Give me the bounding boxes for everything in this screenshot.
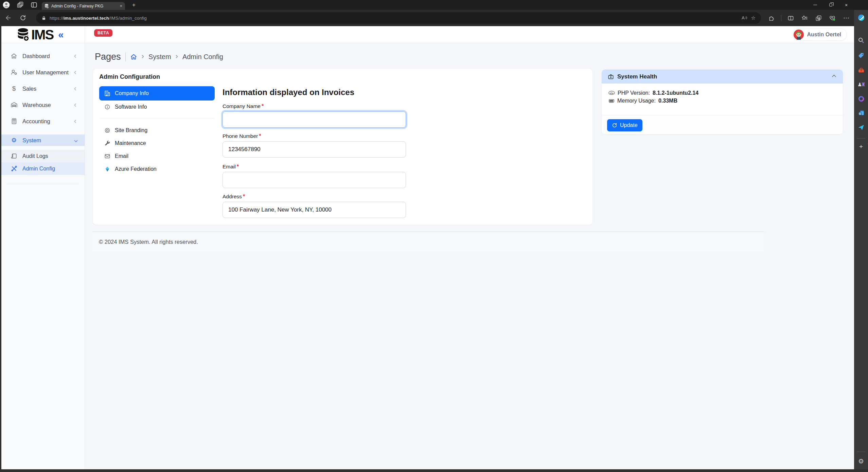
sidebar-item-sales[interactable]: $ Sales [1,80,85,97]
toolbox-icon[interactable] [857,67,865,74]
audit-log-icon [10,153,18,159]
ims-app: IMS « BETA Austin Oertel [1,26,854,469]
sidebar-item-audit-logs[interactable]: Audit Logs [1,150,85,162]
minimize-button[interactable] [807,0,823,10]
config-tab-email[interactable]: Email [99,150,215,163]
close-button[interactable]: × [838,0,854,10]
breadcrumb-separator: › [142,53,144,61]
workspaces-icon[interactable] [17,2,23,8]
breadcrumb-home-icon[interactable] [130,53,137,60]
sidebar-item-admin-config[interactable]: Admin Config [1,162,85,175]
email-input[interactable] [223,172,406,188]
outlook-icon[interactable] [857,110,865,116]
address-input[interactable] [223,202,406,218]
config-tab-software-info[interactable]: Software Info [99,101,215,113]
warehouse-icon [10,102,18,108]
edge-sidebar-divider-bottom [857,452,865,452]
tab-close-button[interactable]: × [120,4,122,8]
phone-number-input[interactable] [223,141,406,158]
collections-icon[interactable] [814,14,823,22]
user-menu[interactable]: Austin Oertel [793,29,847,40]
browser-profile-avatar[interactable] [3,1,10,8]
brand-zone: IMS « [1,26,85,43]
sidebar-item-user-management[interactable]: User Management [1,64,85,80]
tab-actions-icon[interactable] [31,2,37,8]
config-nav-divider [100,118,214,119]
sidebar-settings-icon[interactable]: ⚙ [858,457,864,465]
edge-sidebar: ♟♜ + [854,10,868,469]
breadcrumb-system[interactable]: System [148,53,171,61]
new-tab-button[interactable]: + [130,1,138,9]
more-menu-icon[interactable]: ⋯ [842,14,851,22]
copyright-text: © 2024 IMS System. All rights reserved. [99,239,198,245]
browser-essentials-icon[interactable] [828,14,837,22]
config-nav: Company Info Software Info Site Brandin [99,86,215,176]
building-icon [104,90,111,96]
first-aid-icon [608,74,614,80]
sidebar-item-system[interactable]: ⚙ System [1,134,85,146]
company-name-input[interactable] [223,111,406,128]
php-version-label: PHP Version: [618,90,650,96]
breadcrumb-separator: › [176,53,178,61]
company-name-field: Company Name* [223,103,406,128]
app-header: IMS « BETA Austin Oertel [1,26,854,43]
tab-favicon [45,4,49,8]
restore-button[interactable] [823,0,838,10]
add-sidebar-item-icon[interactable]: + [854,143,868,150]
browser-window: Admin Config - Fairway PKG × + × h [0,0,868,472]
admin-configuration-card: Admin Configuration Company Info Softwar… [93,69,592,225]
brand-name: IMS [31,27,53,42]
update-button[interactable]: Update [607,119,642,131]
breadcrumb-admin-config: Admin Config [182,53,223,61]
breadcrumb-divider [125,52,126,61]
php-icon: php [608,91,615,95]
drop-icon[interactable] [858,124,865,131]
chevron-collapsed-icon [74,71,78,74]
window-bottom-edge [0,469,868,472]
config-tab-company-info[interactable]: Company Info [99,86,215,101]
shopping-icon[interactable] [858,52,865,59]
games-icon[interactable]: ♟♜ [857,81,865,88]
beta-badge: BETA [94,29,112,37]
browser-titlebar: Admin Config - Fairway PKG × + × [0,0,868,10]
required-mark: * [262,103,264,109]
system-health-footer: Update [602,115,843,134]
avatar [794,30,804,40]
card-title: Admin Configuration [99,73,160,80]
required-mark: * [243,194,245,199]
favorites-icon[interactable] [800,14,809,22]
config-tab-site-branding[interactable]: Site Branding [99,124,215,137]
sidebar-item-warehouse[interactable]: Warehouse [1,97,85,113]
page-title: Pages [95,52,121,62]
url-bar[interactable]: https://ims.austinoertel.tech/IMS/admin_… [36,12,761,24]
chevron-collapsed-icon [74,103,78,107]
system-health-title: System Health [617,73,829,80]
search-icon[interactable] [858,37,865,44]
back-icon[interactable] [4,14,11,21]
chevron-collapsed-icon [74,120,78,123]
sidebar-item-dashboard[interactable]: Dashboard [1,48,85,64]
field-label: Company Name [223,103,261,109]
refresh-icon [612,123,617,128]
copilot-icon[interactable] [857,14,865,21]
memory-icon [608,98,615,104]
chevron-expanded-icon [74,139,78,142]
breadcrumb: Pages › System › Admin Config [95,52,223,62]
read-aloud-icon[interactable]: A [742,16,747,20]
collapse-chevron-icon[interactable] [832,75,836,78]
favorite-star-icon[interactable]: ☆ [751,15,756,21]
sidebar-collapse-button[interactable]: « [58,30,64,40]
split-screen-icon[interactable] [786,14,795,22]
info-icon [104,104,111,110]
update-button-label: Update [620,122,638,128]
extensions-icon[interactable] [767,14,776,22]
system-health-header[interactable]: System Health [602,70,843,84]
refresh-icon[interactable] [20,15,26,21]
sidebar-item-accounting[interactable]: Accounting [1,113,85,129]
browser-tab[interactable]: Admin Config - Fairway PKG × [42,2,125,10]
microsoft-365-icon[interactable] [858,95,865,102]
phone-number-field: Phone Number* [223,133,406,158]
browser-toolbar: https://ims.austinoertel.tech/IMS/admin_… [0,10,868,26]
config-tab-maintenance[interactable]: Maintenance [99,137,215,150]
config-tab-azure-federation[interactable]: Azure Federation [99,163,215,176]
